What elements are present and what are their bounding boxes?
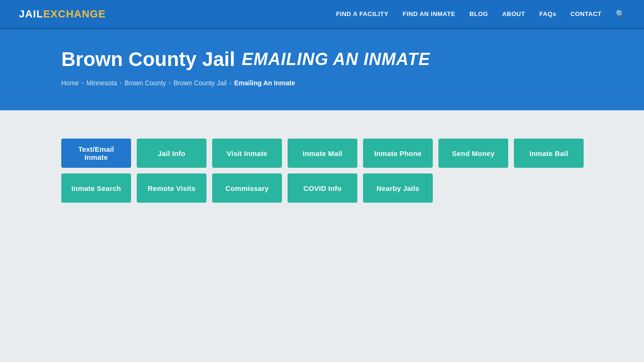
nav-faqs[interactable]: FAQs [539, 10, 556, 17]
site-logo[interactable]: JAIL EXCHANGE [19, 8, 106, 20]
breadcrumb-brown-county-jail[interactable]: Brown County Jail [173, 79, 227, 87]
btn-text-email[interactable]: Text/Email Inmate [61, 139, 131, 168]
main-content: Text/Email Inmate Jail Info Visit Inmate… [0, 110, 644, 240]
btn-inmate-search[interactable]: Inmate Search [61, 173, 131, 203]
page-title: Brown County Jail EMAILING AN INMATE [61, 48, 583, 71]
button-row-1: Text/Email Inmate Jail Info Visit Inmate… [61, 139, 584, 168]
breadcrumb-brown-county[interactable]: Brown County [124, 79, 166, 87]
site-header: JAIL EXCHANGE FIND A FACILITY FIND AN IN… [0, 0, 644, 29]
btn-inmate-bail[interactable]: Inmate Bail [514, 139, 584, 168]
breadcrumb-sep-4: › [230, 80, 231, 86]
logo-exchange: EXCHANGE [43, 8, 106, 20]
title-sub: EMAILING AN INMATE [242, 49, 430, 69]
nav-find-inmate[interactable]: FIND AN INMATE [403, 10, 455, 17]
breadcrumb-current: Emailing An Inmate [234, 79, 295, 87]
navigation-buttons: Text/Email Inmate Jail Info Visit Inmate… [61, 139, 583, 203]
nav-blog[interactable]: BLOG [470, 10, 488, 17]
btn-commissary[interactable]: Commissary [212, 173, 282, 203]
btn-send-money[interactable]: Send Money [438, 139, 508, 168]
breadcrumb-sep-2: › [120, 80, 122, 86]
btn-covid-info[interactable]: COVID Info [288, 173, 357, 203]
breadcrumb: Home › Minnesota › Brown County › Brown … [61, 79, 583, 87]
breadcrumb-home[interactable]: Home [61, 79, 79, 87]
breadcrumb-sep-3: › [169, 80, 171, 86]
main-nav: FIND A FACILITY FIND AN INMATE BLOG ABOU… [336, 9, 625, 18]
breadcrumb-sep-1: › [82, 80, 83, 86]
title-main: Brown County Jail [61, 48, 235, 71]
btn-inmate-mail[interactable]: Inmate Mail [288, 139, 357, 168]
logo-jail: JAIL [19, 8, 43, 20]
nav-contact[interactable]: CONTACT [570, 10, 602, 17]
search-icon[interactable]: 🔍 [616, 9, 625, 18]
button-row-2: Inmate Search Remote Visits Commissary C… [61, 173, 433, 203]
breadcrumb-minnesota[interactable]: Minnesota [86, 79, 117, 87]
btn-remote-visits[interactable]: Remote Visits [137, 173, 206, 203]
btn-nearby-jails[interactable]: Nearby Jails [363, 173, 433, 203]
btn-jail-info[interactable]: Jail Info [137, 139, 206, 168]
hero-section: Brown County Jail EMAILING AN INMATE Hom… [0, 29, 644, 110]
nav-about[interactable]: ABOUT [502, 10, 525, 17]
btn-inmate-phone[interactable]: Inmate Phone [363, 139, 433, 168]
btn-visit-inmate[interactable]: Visit Inmate [212, 139, 282, 168]
nav-find-facility[interactable]: FIND A FACILITY [336, 10, 388, 17]
